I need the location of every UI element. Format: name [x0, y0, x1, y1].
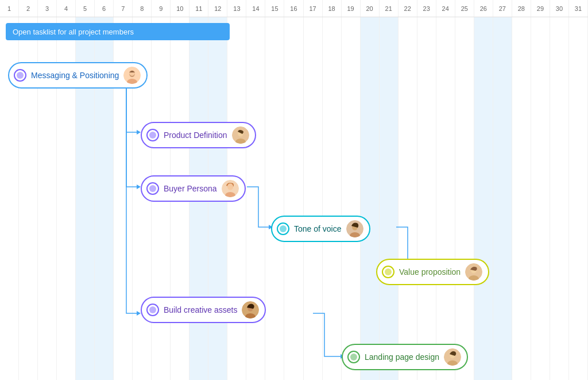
day-28: 28	[512, 0, 531, 17]
task-label-landing: Landing page design	[365, 352, 439, 362]
day-30: 30	[550, 0, 569, 17]
task-buyer-persona[interactable]: Buyer Persona	[141, 175, 246, 202]
avatar-value	[465, 263, 482, 281]
day-25: 25	[455, 0, 474, 17]
day-5: 5	[76, 0, 95, 17]
day-31: 31	[569, 0, 588, 17]
task-value-prop[interactable]: Value proposition	[376, 259, 489, 285]
col-17	[304, 17, 323, 380]
task-label-tone: Tone of voice	[294, 224, 342, 233]
day-4: 4	[57, 0, 76, 17]
avatar-messaging	[123, 67, 141, 84]
task-landing-page[interactable]: Landing page design	[342, 344, 468, 370]
circle-inner-landing	[350, 354, 357, 360]
col-24	[436, 17, 455, 380]
day-20: 20	[361, 0, 380, 17]
col-15	[265, 17, 284, 380]
task-circle-value	[382, 266, 394, 278]
task-circle-buyer-persona	[146, 182, 159, 195]
circle-inner-buyer-persona	[149, 185, 156, 192]
circle-inner-messaging	[17, 72, 24, 79]
day-8: 8	[133, 0, 152, 17]
circle-inner-creative	[149, 306, 156, 313]
task-messaging[interactable]: Messaging & Positioning	[8, 62, 148, 89]
col-27	[493, 17, 512, 380]
task-circle-product-def	[146, 129, 159, 141]
task-build-creative[interactable]: Build creative assets	[141, 297, 266, 323]
day-12: 12	[208, 0, 227, 17]
day-29: 29	[531, 0, 550, 17]
gantt-container: 1 2 3 4 5 6 7 8 9 10 11 12 13 14 15 16 1…	[0, 0, 588, 380]
day-3: 3	[38, 0, 57, 17]
col-26	[474, 17, 493, 380]
day-1: 1	[0, 0, 19, 17]
circle-inner-value	[385, 268, 392, 275]
task-label-value: Value proposition	[399, 267, 461, 277]
day-15: 15	[265, 0, 284, 17]
col-28	[512, 17, 531, 380]
day-11: 11	[189, 0, 208, 17]
avatar-tone	[346, 220, 363, 237]
svg-point-16	[227, 183, 233, 189]
day-7: 7	[114, 0, 133, 17]
day-2: 2	[19, 0, 38, 17]
col-25	[455, 17, 474, 380]
day-21: 21	[380, 0, 399, 17]
task-circle-messaging	[14, 69, 26, 82]
day-18: 18	[323, 0, 342, 17]
col-22	[399, 17, 417, 380]
task-circle-landing	[347, 351, 360, 363]
day-23: 23	[417, 0, 436, 17]
day-9: 9	[152, 0, 171, 17]
col-21	[380, 17, 399, 380]
task-circle-tone	[277, 222, 289, 235]
day-27: 27	[493, 0, 512, 17]
day-13: 13	[227, 0, 246, 17]
open-tasklist-bar[interactable]: Open tasklist for all project members	[6, 23, 230, 40]
open-tasklist-label: Open tasklist for all project members	[13, 28, 134, 36]
day-14: 14	[246, 0, 265, 17]
day-17: 17	[304, 0, 323, 17]
col-31	[569, 17, 588, 380]
day-6: 6	[95, 0, 114, 17]
avatar-product-def	[232, 126, 249, 144]
day-26: 26	[474, 0, 493, 17]
col-19	[342, 17, 361, 380]
col-30	[550, 17, 569, 380]
col-18	[323, 17, 342, 380]
col-16	[284, 17, 303, 380]
day-19: 19	[342, 0, 361, 17]
day-24: 24	[436, 0, 455, 17]
circle-inner-product-def	[149, 132, 156, 139]
circle-inner-tone	[280, 225, 287, 232]
avatar-buyer-persona	[222, 180, 239, 197]
col-20	[361, 17, 380, 380]
day-16: 16	[284, 0, 303, 17]
day-22: 22	[399, 0, 417, 17]
avatar-creative	[242, 301, 259, 318]
task-label-creative: Build creative assets	[164, 305, 237, 314]
task-product-def[interactable]: Product Definition	[141, 122, 256, 148]
day-header: 1 2 3 4 5 6 7 8 9 10 11 12 13 14 15 16 1…	[0, 0, 588, 17]
col-29	[531, 17, 550, 380]
task-tone-of-voice[interactable]: Tone of voice	[271, 216, 370, 242]
task-circle-creative	[146, 304, 159, 316]
task-label-messaging: Messaging & Positioning	[31, 71, 119, 80]
day-10: 10	[171, 0, 189, 17]
task-label-buyer-persona: Buyer Persona	[164, 184, 217, 193]
task-label-product-def: Product Definition	[164, 130, 227, 140]
avatar-landing	[444, 348, 461, 366]
col-23	[417, 17, 436, 380]
col-14	[246, 17, 265, 380]
